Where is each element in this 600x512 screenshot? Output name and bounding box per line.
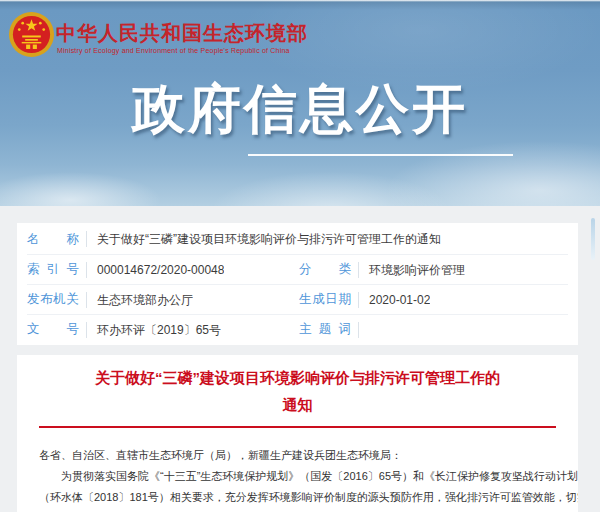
meta-label-document-number: 文号 — [27, 321, 79, 338]
body-line: 各省、自治区、直辖市生态环境厅（局），新疆生产建设兵团生态环境局： — [39, 445, 556, 466]
body-line: 为贯彻落实国务院《“十三五”生态环境保护规划》（国发〔2016〕65号）和《长江… — [39, 466, 556, 487]
meta-label-keywords: 主题词 — [299, 321, 351, 338]
body-line: （环水体〔2018〕181号）相关要求，充分发挥环境影响评价制度的源头预防作用，… — [39, 487, 556, 508]
document-metadata-card: 名称 关于做好“三磷”建设项目环境影响评价与排污许可管理工作的通知 索引号 00… — [17, 223, 578, 345]
body-line: “三磷”（磷矿、磷肥和含磷农药制造等磷化工企业、磷石膏库）建设项目环境影响评价与… — [39, 508, 556, 512]
ministry-name-cn: 中华人民共和国生态环境部 — [56, 20, 308, 47]
meta-row-issuer: 发布机关 生态环境部办公厅 生成日期 2020-01-02 — [27, 284, 568, 314]
meta-row-docnumber: 文号 环办环评〔2019〕65号 主题词 — [27, 314, 568, 344]
meta-value-name: 关于做好“三磷”建设项目环境影响评价与排污许可管理工作的通知 — [86, 231, 441, 247]
meta-value-document-number: 环办环评〔2019〕65号 — [86, 322, 221, 338]
document-title-line2: 通知 — [17, 391, 578, 418]
meta-label-name: 名称 — [27, 231, 79, 248]
ministry-name-en: Ministry of Ecology and Environment of t… — [57, 47, 290, 54]
title-divider-line — [39, 426, 556, 428]
scrollbar-thumb[interactable] — [591, 218, 595, 260]
document-body-card: 关于做好“三磷”建设项目环境影响评价与排污许可管理工作的 通知 各省、自治区、直… — [17, 355, 578, 512]
sky-header-banner: 中华人民共和国生态环境部 Ministry of Ecology and Env… — [0, 0, 600, 206]
document-title-line1: 关于做好“三磷”建设项目环境影响评价与排污许可管理工作的 — [17, 364, 578, 391]
meta-value-issuing-agency: 生态环境部办公厅 — [86, 292, 193, 308]
national-emblem-icon — [8, 11, 55, 58]
meta-label-category: 分类 — [299, 261, 351, 278]
meta-label-issuing-agency: 发布机关 — [27, 291, 79, 308]
meta-label-index-number: 索引号 — [27, 261, 79, 278]
meta-label-date: 生成日期 — [299, 291, 351, 308]
document-title: 关于做好“三磷”建设项目环境影响评价与排污许可管理工作的 通知 — [17, 364, 578, 418]
page-title: 政府信息公开 — [0, 74, 600, 146]
meta-row-name: 名称 关于做好“三磷”建设项目环境影响评价与排污许可管理工作的通知 — [27, 224, 568, 254]
banner-underline — [248, 154, 513, 156]
page-background: { "header": { "ministry_cn": "中华人民共和国生态环… — [0, 0, 600, 512]
meta-value-index-number: 000014672/2020-00048 — [86, 262, 224, 278]
meta-value-category: 环境影响评价管理 — [358, 262, 465, 278]
meta-row-index: 索引号 000014672/2020-00048 分类 环境影响评价管理 — [27, 254, 568, 284]
meta-value-date: 2020-01-02 — [358, 292, 430, 308]
document-body: 各省、自治区、直辖市生态环境厅（局），新疆生产建设兵团生态环境局： 为贯彻落实国… — [39, 445, 556, 512]
meta-value-keywords — [358, 322, 369, 338]
